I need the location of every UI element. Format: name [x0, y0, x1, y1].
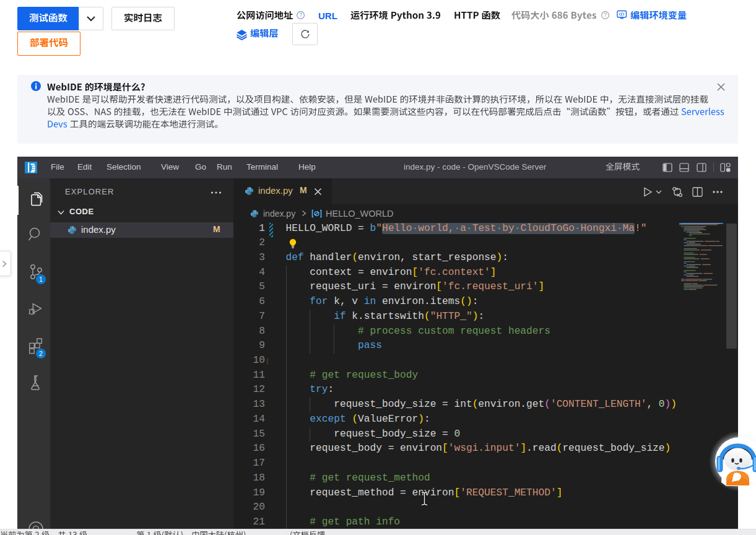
- svg-text:?: ?: [299, 12, 302, 18]
- svg-text:?: ?: [604, 12, 607, 18]
